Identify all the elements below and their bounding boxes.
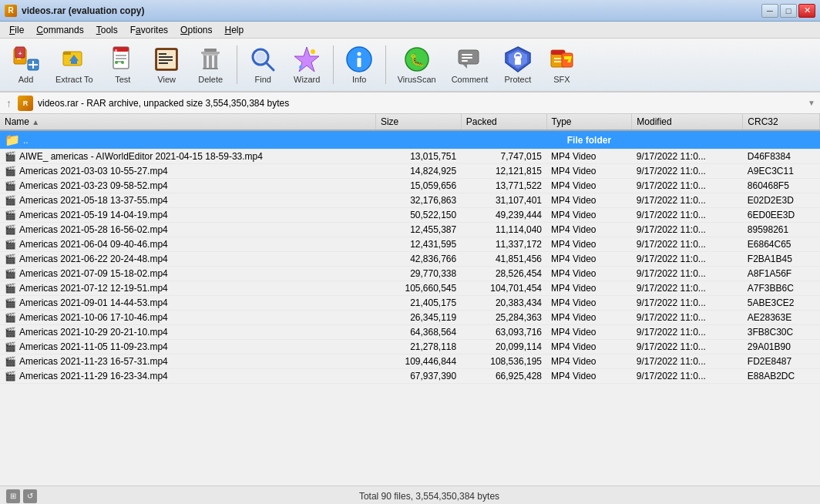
path-up-arrow[interactable]: ↑: [5, 96, 13, 111]
delete-icon: [197, 45, 224, 73]
toolbar-separator-1: [237, 45, 237, 84]
cell-crc: [743, 130, 820, 150]
table-row[interactable]: 🎬 Americas 2021-03-03 10-55-27.mp4 14,82…: [0, 164, 820, 179]
path-dropdown-arrow[interactable]: ▼: [808, 99, 815, 107]
toolbar-test-button[interactable]: Test: [102, 42, 144, 88]
table-row[interactable]: 🎬 Americas 2021-06-04 09-40-46.mp4 12,43…: [0, 237, 820, 252]
cell-packed: 11,337,172: [461, 237, 546, 252]
cell-name: 🎬 Americas 2021-06-04 09-40-46.mp4: [0, 237, 375, 252]
virusscan-icon: 🐛: [403, 45, 431, 73]
status-icon-1: ⊞: [6, 489, 20, 503]
col-header-size[interactable]: Size: [375, 114, 461, 130]
svg-marker-46: [462, 64, 467, 69]
cell-modified: 9/17/2022 11:0...: [632, 208, 743, 223]
cell-packed: 11,114,040: [461, 223, 546, 237]
file-list-container[interactable]: Name ▲ Size Packed Type Modified CRC32 📁…: [0, 114, 820, 486]
cell-size: 105,660,545: [375, 281, 461, 296]
svg-point-18: [115, 61, 118, 64]
video-icon: 🎬: [5, 254, 16, 264]
table-row[interactable]: 🎬 Americas 2021-05-18 13-37-55.mp4 32,17…: [0, 193, 820, 208]
minimize-button[interactable]: ─: [761, 4, 778, 18]
toolbar-virusscan-button[interactable]: 🐛 VirusScan: [391, 42, 443, 88]
svg-rect-27: [204, 49, 217, 52]
cell-packed: 20,099,114: [461, 340, 546, 354]
table-row[interactable]: 🎬 Americas 2021-05-28 16-56-02.mp4 12,45…: [0, 223, 820, 237]
video-icon: 🎬: [5, 195, 16, 206]
table-row[interactable]: 🎬 Americas 2021-10-29 20-21-10.mp4 64,36…: [0, 325, 820, 340]
table-row[interactable]: 🎬 Americas 2021-07-09 15-18-02.mp4 29,77…: [0, 267, 820, 281]
menu-favorites[interactable]: Favorites: [124, 23, 174, 37]
table-row[interactable]: 🎬 Americas 2021-05-19 14-04-19.mp4 50,52…: [0, 208, 820, 223]
table-row[interactable]: 🎬 Americas 2021-09-01 14-44-53.mp4 21,40…: [0, 296, 820, 311]
cell-modified: 9/17/2022 11:0...: [632, 150, 743, 164]
menu-commands[interactable]: Commands: [30, 23, 89, 37]
toolbar-comment-button[interactable]: Comment: [445, 42, 496, 88]
close-button[interactable]: ✕: [798, 4, 815, 18]
cell-packed: [461, 130, 546, 150]
toolbar-info-button[interactable]: Info: [338, 42, 381, 88]
cell-size: 21,405,175: [375, 296, 461, 311]
toolbar-delete-button[interactable]: Delete: [190, 42, 232, 88]
col-header-name[interactable]: Name ▲: [0, 114, 375, 130]
menu-tools[interactable]: Tools: [90, 23, 124, 37]
toolbar-sfx-button[interactable]: SFX: [540, 42, 583, 88]
cell-name: 🎬 Americas 2021-11-29 16-23-34.mp4: [0, 369, 375, 384]
cell-packed: 20,383,434: [461, 296, 546, 311]
svg-point-41: [358, 52, 361, 56]
table-row[interactable]: 🎬 Americas 2021-11-29 16-23-34.mp4 67,93…: [0, 369, 820, 384]
menu-file[interactable]: File: [3, 23, 30, 37]
cell-modified: 9/17/2022 11:0...: [632, 354, 743, 369]
svg-rect-47: [462, 54, 472, 55]
toolbar-view-button[interactable]: View: [146, 42, 188, 88]
file-list-body: 📁 .. File folder 🎬 AIWE_ americas - AIWo…: [0, 130, 820, 384]
cell-name: 🎬 Americas 2021-11-05 11-09-23.mp4: [0, 340, 375, 354]
col-header-crc[interactable]: CRC32: [743, 114, 820, 130]
table-row[interactable]: 🎬 Americas 2021-07-12 12-19-51.mp4 105,6…: [0, 281, 820, 296]
cell-type: MP4 Video: [546, 237, 632, 252]
extract-label: Extract To: [55, 75, 93, 84]
video-icon: 🎬: [5, 210, 16, 220]
cell-packed: 108,536,195: [461, 354, 546, 369]
svg-rect-29: [203, 54, 207, 69]
table-row[interactable]: 📁 .. File folder: [0, 130, 820, 150]
col-header-modified[interactable]: Modified: [632, 114, 743, 130]
cell-name: 🎬 Americas 2021-11-23 16-57-31.mp4: [0, 354, 375, 369]
table-row[interactable]: 🎬 AIWE_ americas - AIWorldEditor 2021-04…: [0, 150, 820, 164]
svg-rect-23: [159, 53, 166, 55]
svg-point-39: [299, 66, 302, 69]
table-row[interactable]: 🎬 Americas 2021-11-05 11-09-23.mp4 21,27…: [0, 340, 820, 354]
status-bar: ⊞ ↺ Total 90 files, 3,554,350,384 bytes: [0, 486, 820, 504]
cell-modified: 9/17/2022 11:0...: [632, 311, 743, 325]
svg-rect-53: [515, 59, 521, 65]
find-label: Find: [255, 75, 271, 84]
svg-text:+: +: [18, 50, 22, 57]
video-icon: 🎬: [5, 166, 16, 176]
test-icon: [109, 45, 136, 73]
table-row[interactable]: 🎬 Americas 2021-11-23 16-57-31.mp4 109,4…: [0, 354, 820, 369]
table-row[interactable]: 🎬 Americas 2021-03-23 09-58-52.mp4 15,05…: [0, 179, 820, 193]
toolbar-protect-button[interactable]: Protect: [496, 42, 539, 88]
toolbar-extract-button[interactable]: Extract To: [49, 42, 100, 88]
cell-size: [375, 130, 461, 150]
cell-name: 🎬 Americas 2021-07-09 15-18-02.mp4: [0, 267, 375, 281]
svg-rect-12: [71, 61, 77, 64]
table-row[interactable]: 🎬 Americas 2021-10-06 17-10-46.mp4 26,34…: [0, 311, 820, 325]
table-row[interactable]: 🎬 Americas 2021-06-22 20-24-48.mp4 42,83…: [0, 252, 820, 267]
svg-line-36: [266, 62, 274, 70]
cell-crc: 29A01B90: [743, 340, 820, 354]
svg-rect-24: [159, 56, 173, 58]
toolbar-wizard-button[interactable]: Wizard: [286, 42, 328, 88]
menu-help[interactable]: Help: [218, 23, 250, 37]
toolbar-add-button[interactable]: + Add: [5, 42, 47, 88]
toolbar-find-button[interactable]: Find: [242, 42, 284, 88]
col-header-type[interactable]: Type: [546, 114, 632, 130]
cell-name: 📁 ..: [0, 130, 375, 150]
cell-name: 🎬 Americas 2021-10-29 20-21-10.mp4: [0, 325, 375, 340]
cell-packed: 25,284,363: [461, 311, 546, 325]
col-header-packed[interactable]: Packed: [461, 114, 546, 130]
cell-modified: 9/17/2022 11:0...: [632, 237, 743, 252]
cell-modified: 9/17/2022 11:0...: [632, 193, 743, 208]
toolbar-separator-2: [333, 45, 334, 84]
maximize-button[interactable]: □: [780, 4, 797, 18]
menu-options[interactable]: Options: [174, 23, 218, 37]
